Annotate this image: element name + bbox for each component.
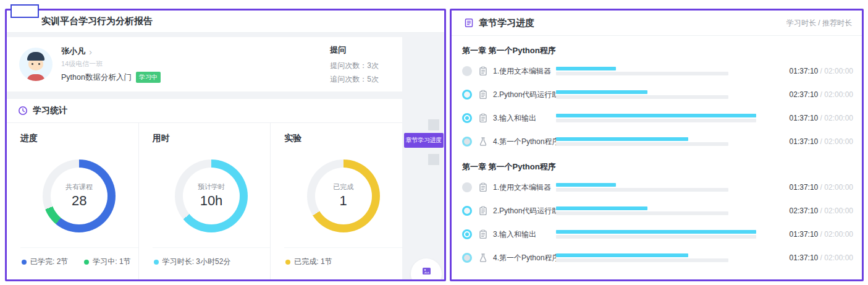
avatar-shirt xyxy=(27,74,45,81)
donut-center-value: 10h xyxy=(200,193,223,209)
lesson-status-icon xyxy=(462,137,472,147)
lesson-row[interactable]: 4.第一个Python程序 01:37:10 / 02:00:00 xyxy=(462,130,853,153)
study-duration-bar xyxy=(556,183,616,187)
study-duration-bar xyxy=(556,206,647,210)
recommended-duration-bar xyxy=(556,95,728,99)
lesson-row[interactable]: 2.Python代码运行助手 02:37:10 / 02:00:00 xyxy=(462,199,853,223)
clock-icon xyxy=(18,106,28,116)
avatar-eye xyxy=(38,63,40,65)
report-panel: 实训平台学习行为分析报告 张小凡 › xyxy=(5,9,446,281)
lesson-row[interactable]: 4.第一个Python程序 01:37:10 / 02:00:00 xyxy=(462,246,853,270)
report-body: 张小凡 › 14级电信一班 Python数据分析入门 学习中 提问 提问次数：3… xyxy=(7,33,444,279)
col-heading: 用时 xyxy=(153,133,271,144)
legend: 已学完: 2节学习中: 1节 xyxy=(20,247,138,279)
donut-center-label: 共有课程 xyxy=(65,182,93,192)
chapter-progress-tab-button[interactable]: 章节学习进度 xyxy=(404,133,444,148)
recommended-time: / 02:00:00 xyxy=(818,114,853,122)
study-time: 01:37:10 xyxy=(790,230,819,239)
legend-label: 已学完: 2节 xyxy=(30,257,68,267)
chapter-sections: 第一章 第一个Python程序 1.使用文本编辑器 01:37:10 / 02:… xyxy=(452,36,862,270)
stat-col-progress: 进度 共有课程 28 已学完: 2节学习中: 1节 xyxy=(7,123,138,279)
legend-dot-icon xyxy=(84,260,89,265)
recommended-time: / 02:00:00 xyxy=(818,137,853,146)
avatar xyxy=(19,48,53,81)
stats-title: 学习统计 xyxy=(33,105,67,116)
duration-bars xyxy=(556,206,769,215)
qa-ask-count: 提问次数：3次 xyxy=(330,61,379,71)
recommended-time: / 02:00:00 xyxy=(818,206,853,215)
legend-label: 学习中: 1节 xyxy=(93,257,130,267)
lesson-time: 01:37:10 / 02:00:00 xyxy=(769,137,853,146)
study-duration-bar xyxy=(556,230,756,234)
lesson-label[interactable]: 3.输入和输出 xyxy=(493,229,556,240)
clipboard-icon xyxy=(478,66,488,76)
lesson-label[interactable]: 2.Python代码运行助手 xyxy=(493,206,556,216)
study-time: 01:37:10 xyxy=(790,253,819,262)
chapter-heading: 第一章 第一个Python程序 xyxy=(462,45,853,56)
lesson-time: 01:37:10 / 02:00:00 xyxy=(769,183,853,192)
lesson-label[interactable]: 4.第一个Python程序 xyxy=(493,137,556,147)
study-time: 01:37:10 xyxy=(790,183,819,192)
chapter-progress-title: 章节学习进度 xyxy=(479,17,534,29)
lesson-label[interactable]: 1.使用文本编辑器 xyxy=(493,66,556,77)
donut-center-value: 1 xyxy=(340,193,347,209)
page: 实训平台学习行为分析报告 张小凡 › xyxy=(0,0,868,285)
duration-bars xyxy=(556,114,769,122)
lesson-row[interactable]: 3.输入和输出 01:37:10 / 02:00:00 xyxy=(462,106,853,130)
document-icon xyxy=(464,18,474,28)
chevron-right-icon[interactable]: › xyxy=(89,47,92,56)
chapter-section: 第一章 第一个Python程序 1.使用文本编辑器 01:37:10 / 02:… xyxy=(462,45,853,153)
lesson-label[interactable]: 2.Python代码运行助手 xyxy=(493,90,556,100)
lesson-row[interactable]: 3.输入和输出 01:37:10 / 02:00:00 xyxy=(462,223,853,246)
lesson-status-icon xyxy=(462,229,472,239)
legend-dot-icon xyxy=(285,260,290,265)
lesson-status-icon xyxy=(462,90,472,100)
stat-col-experiment: 实验 已完成 1 已完成: 1节 xyxy=(270,123,402,279)
duration-bars xyxy=(556,253,769,262)
clipboard-icon xyxy=(478,206,488,216)
user-class: 14级电信一班 xyxy=(61,59,330,69)
recommended-time: / 02:00:00 xyxy=(818,253,853,262)
donut-center-value: 28 xyxy=(72,193,86,209)
progress-donut-chart: 共有课程 28 xyxy=(43,160,116,232)
qa-block: 提问 提问次数：3次 追问次数：5次 xyxy=(330,45,379,85)
study-time: 01:37:10 xyxy=(790,137,819,146)
lesson-label[interactable]: 1.使用文本编辑器 xyxy=(493,182,556,193)
chapter-progress-panel: 章节学习进度 学习时长 / 推荐时长 第一章 第一个Python程序 1.使用文… xyxy=(450,9,864,281)
lesson-label[interactable]: 3.输入和输出 xyxy=(493,113,556,124)
study-time: 01:37:10 xyxy=(790,114,819,122)
lesson-label[interactable]: 4.第一个Python程序 xyxy=(493,253,556,263)
legend: 学习时长: 3小时52分 xyxy=(153,247,271,279)
legend-item: 已完成: 1节 xyxy=(285,257,332,267)
lesson-time: 01:37:10 / 02:00:00 xyxy=(769,230,853,239)
recommended-time: / 02:00:00 xyxy=(818,183,853,192)
recommended-duration-bar xyxy=(556,258,728,262)
study-duration-bar xyxy=(556,90,647,94)
lesson-time: 02:37:10 / 02:00:00 xyxy=(769,90,853,99)
user-card: 张小凡 › 14级电信一班 Python数据分析入门 学习中 提问 提问次数：3… xyxy=(7,37,402,91)
chapter-progress-header: 章节学习进度 学习时长 / 推荐时长 xyxy=(452,11,862,36)
stat-col-time: 用时 预计学时 10h 学习时长: 3小时52分 xyxy=(138,123,271,279)
lesson-row[interactable]: 1.使用文本编辑器 01:37:10 / 02:00:00 xyxy=(462,59,853,83)
legend-dot-icon xyxy=(22,260,27,265)
experiment-donut-chart: 已完成 1 xyxy=(307,160,380,232)
lesson-row[interactable]: 1.使用文本编辑器 01:37:10 / 02:00:00 xyxy=(462,176,853,199)
lesson-status-icon xyxy=(462,206,472,216)
recommended-duration-bar xyxy=(556,235,756,239)
recommended-duration-bar xyxy=(556,142,728,146)
avatar-eye xyxy=(32,63,33,65)
user-info: 张小凡 › 14级电信一班 Python数据分析入门 学习中 xyxy=(61,46,330,83)
chapter-section: 第一章 第一个Python程序 1.使用文本编辑器 01:37:10 / 02:… xyxy=(462,161,853,270)
clipboard-icon xyxy=(478,90,488,100)
lesson-row[interactable]: 2.Python代码运行助手 02:37:10 / 02:00:00 xyxy=(462,83,853,106)
qa-title: 提问 xyxy=(330,45,379,56)
lesson-time: 01:37:10 / 02:00:00 xyxy=(769,67,853,75)
study-duration-bar xyxy=(556,137,688,141)
lesson-time: 01:37:10 / 02:00:00 xyxy=(769,253,853,262)
stats-card: 学习统计 进度 共有课程 28 xyxy=(7,99,402,279)
legend-label: 学习时长: 3小时52分 xyxy=(162,257,231,267)
study-duration-bar xyxy=(556,253,688,257)
side-strip: 章节学习进度 xyxy=(402,33,444,279)
floating-action-button[interactable] xyxy=(411,258,442,281)
col-heading: 进度 xyxy=(20,133,138,144)
